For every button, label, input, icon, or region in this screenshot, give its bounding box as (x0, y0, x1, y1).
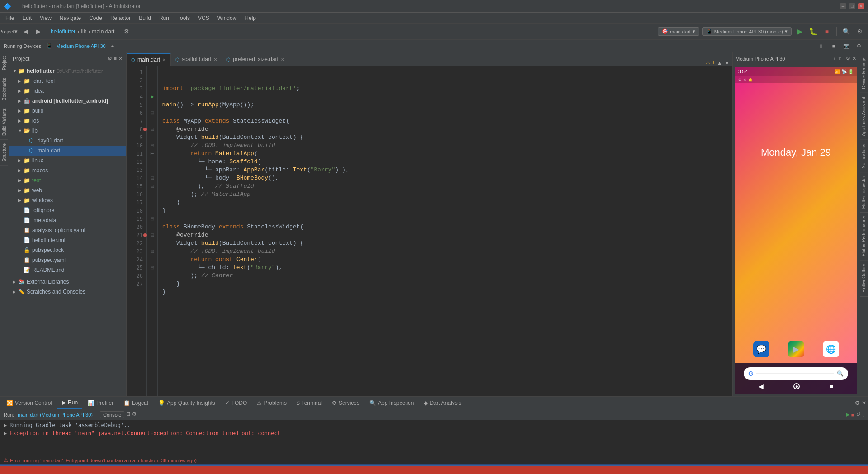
problems-tab[interactable]: ⚠ Problems (252, 397, 291, 409)
tree-web[interactable]: ▶ 📁 web (9, 185, 126, 195)
fold-marker-6[interactable]: ⊟ (148, 109, 156, 117)
tree-ext-libs[interactable]: ▶ 📚 External Libraries (9, 277, 126, 287)
tree-test[interactable]: ▶ 📁 test (9, 175, 126, 185)
search-button[interactable]: 🔍 (841, 26, 852, 37)
pause-button[interactable]: ⏸ (816, 41, 826, 52)
run-gutter-marker[interactable]: ▶ (148, 93, 156, 101)
tree-idea[interactable]: ▶ 📁 .idea (9, 86, 126, 96)
fold-marker-21[interactable]: ⊟ (148, 231, 156, 239)
play-store-app-icon[interactable]: ▶ (788, 341, 804, 357)
menu-code[interactable]: Code (85, 14, 106, 22)
run-scroll-end[interactable]: ↓ (862, 412, 865, 417)
logcat-tab[interactable]: 📋 Logcat (119, 397, 153, 409)
menu-refactor[interactable]: Refactor (107, 14, 134, 22)
code-content[interactable]: import 'package:flutter/material.dart'; … (158, 66, 732, 396)
tree-linux[interactable]: ▶ 📁 linux (9, 156, 126, 166)
google-lens-icon[interactable]: 🔍 (837, 370, 844, 377)
menu-help[interactable]: Help (241, 14, 259, 22)
menu-file[interactable]: File (2, 14, 18, 22)
bottom-panel-close[interactable]: ✕ (862, 400, 866, 406)
bookmarks-button[interactable]: Bookmarks (0, 74, 8, 104)
app-quality-tab[interactable]: 💡 App Quality Insights (154, 397, 220, 409)
tree-scratches[interactable]: ▶ ✏️ Scratches and Consoles (9, 287, 126, 297)
version-control-tab[interactable]: 🔀 Version Control (2, 397, 57, 409)
fold-marker-10[interactable]: ⊟ (148, 142, 156, 150)
menu-view[interactable]: View (36, 14, 55, 22)
app-links-button[interactable]: App Links Assistant (860, 93, 868, 140)
recents-nav-button[interactable]: ■ (830, 383, 833, 389)
navigate-back-button[interactable]: ◀ (20, 26, 31, 37)
project-panel-button[interactable]: Project (0, 52, 8, 74)
notifications-button[interactable]: Notifications (860, 140, 868, 172)
profiler-tab[interactable]: 📊 Profiler (83, 397, 118, 409)
services-tab[interactable]: ⚙ Services (327, 397, 364, 409)
maximize-button[interactable]: □ (849, 3, 855, 9)
emulator-settings-btn[interactable]: ⚙ (846, 56, 850, 62)
minimize-button[interactable]: ─ (840, 3, 846, 9)
tree-analysis[interactable]: 📋 analysis_options.yaml (9, 225, 126, 235)
menu-build[interactable]: Build (135, 14, 155, 22)
console-tab[interactable]: Console (100, 411, 124, 418)
tree-macos[interactable]: ▶ 📁 macos (9, 166, 126, 175)
run-rerun-button[interactable]: ↺ (856, 412, 860, 417)
project-dropdown[interactable]: Project ▾ (3, 26, 14, 37)
menu-vcs[interactable]: VCS (194, 14, 213, 22)
emulator-search-bar[interactable]: G 🔍 (744, 367, 848, 380)
messages-app-icon[interactable]: 💬 (753, 341, 769, 357)
fold-marker-19[interactable]: ⊟ (148, 215, 156, 223)
menu-edit[interactable]: Edit (19, 14, 35, 22)
tab-close-button[interactable]: ✕ (162, 57, 166, 62)
debug-button[interactable]: 🐛 (808, 26, 819, 37)
tree-metadata[interactable]: 📄 .metadata (9, 215, 126, 225)
tab-scaffold-dart[interactable]: ⬡ scaffold.dart ✕ (171, 53, 222, 66)
device-selector[interactable]: 📱 Medium Phone API 30 (mobile) ▾ (702, 27, 792, 36)
scroll-up-button[interactable]: ▲ (717, 60, 722, 66)
flutter-outline-button[interactable]: Flutter Outline (860, 261, 868, 297)
dart-analysis-tab[interactable]: ◆ Dart Analysis (419, 397, 466, 409)
tree-day01[interactable]: ⬡ day01.dart (9, 136, 126, 146)
stop-button[interactable]: ■ (821, 26, 832, 37)
fold-marker-23[interactable]: ⊟ (148, 247, 156, 256)
tree-gitignore[interactable]: 📄 .gitignore (9, 205, 126, 215)
run-play-button[interactable]: ▶ (846, 412, 849, 417)
tree-dart-tool[interactable]: ▶ 📁 .dart_tool (9, 76, 126, 86)
settings-button[interactable]: ⚙ (121, 26, 132, 37)
tree-ios[interactable]: ▶ 📁 ios (9, 116, 126, 126)
console-settings[interactable]: ⚙ (132, 411, 137, 418)
tab-preferred-size-dart[interactable]: ⬡ preferred_size.dart ✕ (222, 53, 289, 66)
home-nav-button[interactable]: ● (793, 383, 800, 389)
gear-button[interactable]: ⚙ (854, 26, 865, 37)
project-panel-collapse[interactable]: ≡ (114, 56, 117, 62)
breadcrumb-file[interactable]: main.dart (92, 28, 114, 35)
tree-readme[interactable]: 📝 README.md (9, 265, 126, 275)
tree-main-dart[interactable]: ⬡ main.dart (9, 146, 126, 156)
fold-marker-15[interactable]: ⊟ (148, 182, 156, 190)
run-tab[interactable]: ▶ Run (57, 397, 82, 409)
app-inspection-tab[interactable]: 🔍 App Inspection (365, 397, 418, 409)
tree-pubspecyaml[interactable]: 📋 pubspec.yaml (9, 255, 126, 265)
tree-pubspeclock[interactable]: 🔒 pubspec.lock (9, 245, 126, 255)
terminal-tab[interactable]: $ Terminal (292, 397, 326, 409)
project-panel-close[interactable]: ✕ (118, 56, 123, 62)
fold-marker-14[interactable]: ⊟ (148, 174, 156, 182)
back-nav-button[interactable]: ◀ (759, 383, 764, 390)
menu-tools[interactable]: Tools (174, 14, 193, 22)
tree-windows[interactable]: ▶ 📁 windows (9, 195, 126, 205)
add-device-btn[interactable]: + (833, 56, 836, 62)
add-device-button[interactable]: + (111, 43, 114, 49)
tree-helloiml[interactable]: 📄 helloflutter.iml (9, 235, 126, 245)
build-variants-button[interactable]: Build Variants (0, 104, 8, 140)
tab-close-button[interactable]: ✕ (213, 57, 217, 62)
tree-root[interactable]: ▼ 📁 helloflutter D:/UxFlutter/helloflutt… (9, 66, 126, 76)
fold-marker-8[interactable]: ⊟ (148, 125, 156, 133)
tab-main-dart[interactable]: ⬡ main.dart ✕ (127, 53, 171, 66)
tree-lib[interactable]: ▼ 📂 lib (9, 126, 126, 136)
screenshot-button[interactable]: 📷 (841, 41, 852, 52)
menu-window[interactable]: Window (214, 14, 241, 22)
tree-build[interactable]: ▶ 📁 build (9, 106, 126, 116)
tab-close-button[interactable]: ✕ (281, 57, 284, 62)
tree-android[interactable]: ▶ 🤖 android [helloflutter_android] (9, 96, 126, 106)
flutter-performance-button[interactable]: Flutter Performance (860, 213, 868, 260)
run-stop-button[interactable]: ■ (851, 412, 854, 417)
emulator-screen[interactable]: 3:52 📶 📡 🔋 ⚙ ☀ 🔔 Monday, Jan 29 (735, 67, 857, 394)
